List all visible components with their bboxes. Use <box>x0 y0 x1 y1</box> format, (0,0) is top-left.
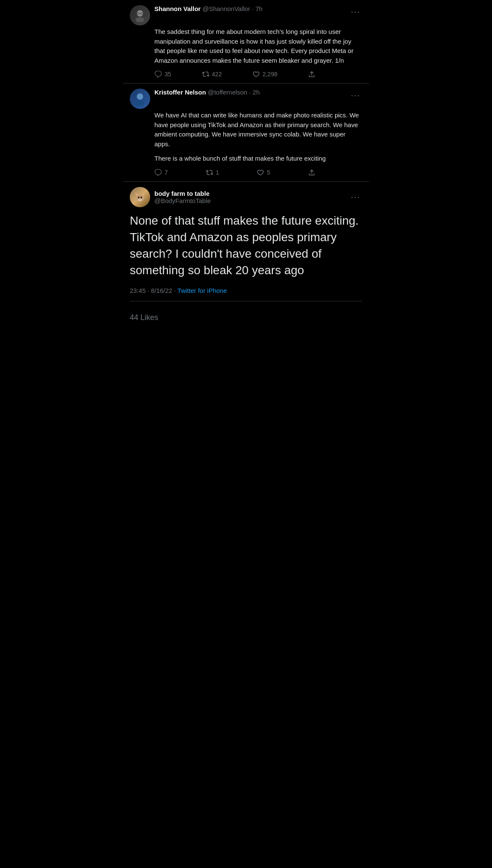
handle-time-shannon: @ShannonVallor · 7h <box>202 5 263 12</box>
retweet-count-kristoffer: 1 <box>216 169 219 176</box>
share-action-shannon[interactable] <box>308 70 316 78</box>
retweet-action-kristoffer[interactable]: 1 <box>206 169 219 176</box>
main-tweet: body farm to table @BodyFarmtoTable ··· … <box>123 182 369 333</box>
more-menu-shannon[interactable]: ··· <box>349 5 362 18</box>
like-count-shannon: 2,298 <box>263 71 277 78</box>
user-info-kristoffer: Kristoffer Nelson @toffernelson · 2h <box>154 89 260 96</box>
svg-point-5 <box>137 93 143 100</box>
tweet-actions-shannon: 35 422 2,298 <box>154 70 316 78</box>
reply-count-shannon: 35 <box>165 71 171 78</box>
more-menu-kristoffer[interactable]: ··· <box>349 89 362 102</box>
share-icon-kristoffer <box>308 169 316 176</box>
svg-point-12 <box>138 196 140 198</box>
tweet-1: Shannon Vallor @ShannonVallor · 7h ··· T… <box>123 0 369 83</box>
handle-bodyfarm: @BodyFarmtoTable <box>154 197 211 204</box>
avatar-shannon[interactable] <box>130 5 150 25</box>
svg-point-4 <box>136 17 145 22</box>
tweet-body-shannon: The saddest thing for me about modern te… <box>154 27 362 65</box>
avatar-bodyfarm[interactable] <box>130 187 150 207</box>
avatar-kristoffer[interactable] <box>130 89 150 109</box>
user-info-bodyfarm: body farm to table @BodyFarmtoTable <box>154 190 211 204</box>
tweet-header-shannon: Shannon Vallor @ShannonVallor · 7h ··· <box>130 5 362 25</box>
display-name-bodyfarm: body farm to table <box>154 190 211 197</box>
svg-point-6 <box>136 101 145 106</box>
more-menu-bodyfarm[interactable]: ··· <box>349 190 362 203</box>
timestamp: 23:45 · 8/16/22 · <box>130 287 177 294</box>
svg-point-19 <box>138 198 142 201</box>
tweet-2: Kristoffer Nelson @toffernelson · 2h ···… <box>123 83 369 182</box>
likes-count: 44 <box>130 313 138 322</box>
display-name-shannon: Shannon Vallor <box>154 5 201 12</box>
reply-action-kristoffer[interactable]: 7 <box>154 169 168 176</box>
reply-count-kristoffer: 7 <box>165 169 168 176</box>
retweet-icon-shannon <box>202 70 210 78</box>
retweet-count-shannon: 422 <box>212 71 222 78</box>
reply-icon-kristoffer <box>154 169 162 176</box>
share-icon-shannon <box>308 70 316 78</box>
retweet-icon-kristoffer <box>206 169 213 176</box>
share-action-kristoffer[interactable] <box>308 169 316 176</box>
like-count-kristoffer: 5 <box>267 169 270 176</box>
likes-label: Likes <box>140 313 158 322</box>
name-row-kristoffer: Kristoffer Nelson @toffernelson · 2h <box>154 89 260 96</box>
like-icon-shannon <box>252 70 260 78</box>
name-row-shannon: Shannon Vallor @ShannonVallor · 7h <box>154 5 263 12</box>
likes-section: 44 Likes <box>130 308 362 327</box>
svg-point-13 <box>140 196 142 198</box>
retweet-action-shannon[interactable]: 422 <box>202 70 222 78</box>
tweet-body-kristoffer: We have AI that can write like humans an… <box>154 111 362 164</box>
reply-icon-shannon <box>154 70 162 78</box>
tweet-header-kristoffer: Kristoffer Nelson @toffernelson · 2h ··· <box>130 89 362 109</box>
user-info-shannon: Shannon Vallor @ShannonVallor · 7h <box>154 5 263 12</box>
handle-time-kristoffer: @toffernelson · 2h <box>208 89 260 96</box>
display-name-kristoffer: Kristoffer Nelson <box>154 89 206 96</box>
main-tweet-header: body farm to table @BodyFarmtoTable ··· <box>130 187 362 207</box>
tweet-actions-kristoffer: 7 1 5 <box>154 169 316 176</box>
platform-link[interactable]: Twitter for iPhone <box>177 287 227 294</box>
like-action-kristoffer[interactable]: 5 <box>257 169 270 176</box>
reply-action-shannon[interactable]: 35 <box>154 70 171 78</box>
main-tweet-meta: 23:45 · 8/16/22 · Twitter for iPhone <box>130 287 362 301</box>
main-tweet-body: None of that stuff makes the future exci… <box>130 212 362 279</box>
like-action-shannon[interactable]: 2,298 <box>252 70 277 78</box>
like-icon-kristoffer <box>257 169 264 176</box>
